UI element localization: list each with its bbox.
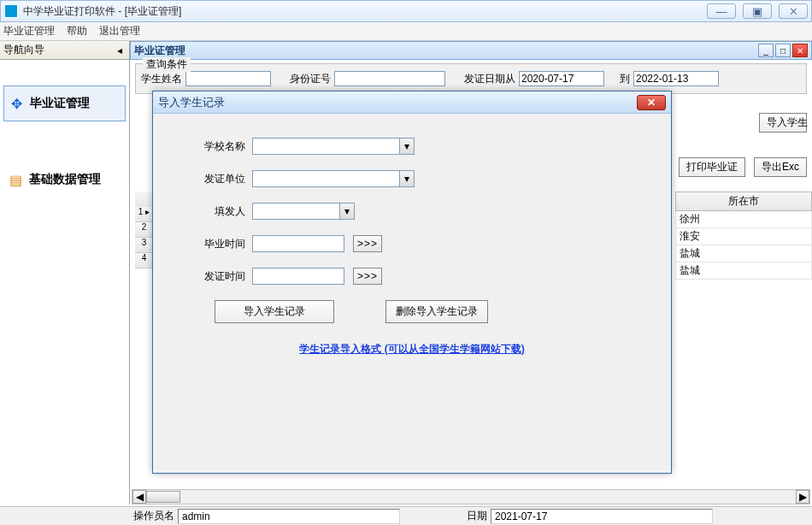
horizontal-scrollbar[interactable]: ◀ ▶: [132, 489, 810, 504]
date-from-label: 发证日期从: [464, 72, 515, 86]
nav-header: 导航向导 ◂: [0, 41, 129, 60]
import-format-link[interactable]: 学生记录导入格式 (可以从全国学生学籍网站下载): [185, 342, 638, 357]
row-header[interactable]: 1 ▸: [135, 207, 154, 222]
query-legend: 查询条件: [143, 57, 191, 72]
menubar: 毕业证管理 帮助 退出管理: [0, 22, 812, 41]
dialog-title: 导入学生记录: [158, 95, 637, 110]
import-dialog: 导入学生记录 ✕ 学校名称 ▾ 发证单位 ▾ 填发人 ▾ 毕业时间: [152, 91, 672, 474]
mdi-max-button[interactable]: □: [775, 44, 791, 57]
mdi-close-button[interactable]: ✕: [792, 44, 808, 57]
nav-panel: 导航向导 ◂ ✥ 毕业证管理 ▤ 基础数据管理: [0, 41, 130, 504]
issuer-input[interactable]: [252, 170, 399, 187]
nav-item-cert-mgmt[interactable]: ✥ 毕业证管理: [3, 86, 126, 121]
date-to-label: 到: [620, 72, 630, 86]
nav-pin-icon[interactable]: ◂: [114, 44, 126, 56]
idcard-input[interactable]: [334, 71, 445, 86]
app-icon: [4, 4, 18, 18]
filler-label: 填发人: [185, 204, 245, 219]
operator-label: 操作员名: [133, 509, 174, 523]
dialog-import-button[interactable]: 导入学生记录: [215, 300, 334, 323]
data-icon: ▤: [7, 171, 24, 188]
mdi-min-button[interactable]: _: [758, 44, 774, 57]
menu-exit[interactable]: 退出管理: [99, 24, 140, 38]
city-column: 所在市 徐州 淮安 盐城 盐城: [675, 192, 812, 280]
date-value: 2021-07-17: [491, 509, 713, 524]
issue-time-picker-button[interactable]: >>>: [353, 268, 382, 285]
grad-time-picker-button[interactable]: >>>: [353, 235, 382, 252]
scroll-left-button[interactable]: ◀: [132, 490, 146, 504]
dialog-titlebar[interactable]: 导入学生记录 ✕: [153, 91, 671, 114]
city-cell[interactable]: 徐州: [675, 211, 812, 228]
mdi-title-text: 毕业证管理: [134, 44, 756, 58]
filler-input[interactable]: [252, 203, 339, 220]
import-students-button[interactable]: 导入学生: [759, 113, 807, 133]
scroll-thumb[interactable]: [146, 491, 180, 503]
row-header[interactable]: 4: [135, 253, 154, 268]
menu-help[interactable]: 帮助: [67, 24, 87, 38]
scroll-right-button[interactable]: ▶: [796, 490, 809, 504]
school-label: 学校名称: [185, 139, 245, 154]
statusbar: 操作员名 admin 日期 2021-07-17: [0, 506, 812, 525]
dialog-close-button[interactable]: ✕: [637, 95, 666, 110]
student-name-label: 学生姓名: [141, 72, 182, 86]
query-group: 查询条件 学生姓名 身份证号 发证日期从 到: [135, 63, 807, 94]
app-title: 中学毕业证打印软件 - [毕业证管理]: [23, 4, 707, 19]
issuer-combo[interactable]: ▾: [252, 170, 415, 187]
window-maximize-button[interactable]: ▣: [743, 3, 772, 19]
student-name-input[interactable]: [185, 71, 271, 86]
window-minimize-button[interactable]: —: [707, 3, 736, 19]
city-cell[interactable]: 盐城: [675, 245, 812, 262]
school-input[interactable]: [252, 138, 399, 155]
date-to-input[interactable]: [633, 71, 719, 86]
app-titlebar: 中学毕业证打印软件 - [毕业证管理] — ▣ ✕: [0, 0, 812, 22]
dialog-delete-import-button[interactable]: 删除导入学生记录: [385, 300, 488, 323]
issuer-label: 发证单位: [185, 172, 245, 186]
operator-value: admin: [178, 509, 400, 524]
date-from-input[interactable]: [519, 71, 604, 86]
row-header[interactable]: 2: [135, 222, 154, 238]
nav-item-label: 毕业证管理: [30, 96, 90, 111]
filler-combo[interactable]: ▾: [252, 203, 355, 220]
arrows-icon: ✥: [8, 95, 25, 112]
city-cell[interactable]: 淮安: [675, 228, 812, 245]
grad-time-label: 毕业时间: [185, 237, 245, 251]
nav-item-label: 基础数据管理: [29, 172, 101, 187]
issue-time-label: 发证时间: [185, 269, 245, 284]
nav-item-basedata[interactable]: ▤ 基础数据管理: [3, 162, 126, 197]
export-excel-button[interactable]: 导出Exc: [754, 157, 807, 177]
school-combo[interactable]: ▾: [252, 138, 415, 155]
nav-header-label: 导航向导: [3, 43, 114, 57]
window-close-button[interactable]: ✕: [779, 3, 808, 19]
issue-time-input[interactable]: [252, 268, 344, 285]
chevron-down-icon[interactable]: ▾: [399, 170, 415, 187]
menu-cert-mgmt[interactable]: 毕业证管理: [3, 24, 55, 38]
city-cell[interactable]: 盐城: [675, 262, 812, 280]
print-cert-button[interactable]: 打印毕业证: [679, 157, 745, 177]
date-label: 日期: [467, 509, 487, 523]
chevron-down-icon[interactable]: ▾: [339, 203, 355, 220]
row-header[interactable]: 3: [135, 238, 154, 253]
mdi-titlebar: 毕业证管理 _ □ ✕: [130, 41, 812, 60]
chevron-down-icon[interactable]: ▾: [399, 138, 415, 155]
grad-time-input[interactable]: [252, 235, 344, 252]
idcard-label: 身份证号: [290, 72, 331, 86]
city-column-header[interactable]: 所在市: [675, 192, 812, 211]
